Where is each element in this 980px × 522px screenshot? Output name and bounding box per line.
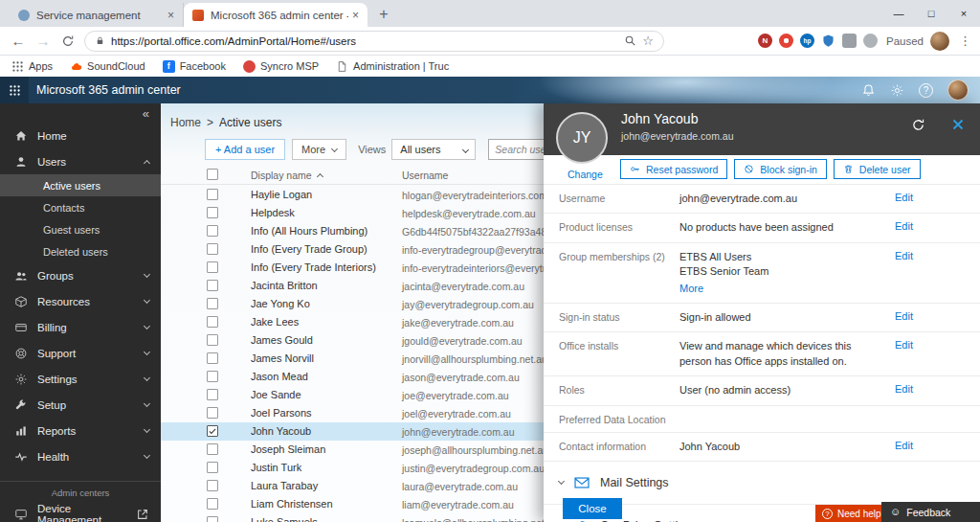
extension-icon[interactable] — [842, 34, 857, 48]
sync-paused-label[interactable]: Paused — [886, 35, 924, 47]
tab-m365-admin-center[interactable]: Microsoft 365 admin center - Ac × — [184, 3, 368, 27]
sidebar-item-resources[interactable]: Resources — [0, 288, 161, 314]
back-button[interactable]: ← — [6, 29, 31, 54]
tab-service-management[interactable]: Service management × — [10, 3, 184, 27]
sidebar-item-home[interactable]: Home — [0, 123, 161, 148]
row-checkbox[interactable] — [207, 425, 218, 437]
more-link[interactable]: More — [679, 280, 768, 296]
bookmark-syncro-msp[interactable]: Syncro MSP — [243, 60, 319, 73]
edit-link[interactable]: Edit — [895, 440, 913, 451]
refresh-button[interactable] — [56, 29, 80, 54]
sidebar-item-support[interactable]: Support — [0, 340, 161, 366]
edit-link[interactable]: Edit — [895, 383, 913, 395]
feedback-button[interactable]: ☺ Feedback — [881, 502, 980, 522]
display-name-cell: Jason Mead — [251, 371, 308, 382]
add-user-button[interactable]: + Add a user — [205, 139, 285, 160]
window-close-button[interactable]: × — [947, 0, 980, 27]
row-checkbox[interactable] — [207, 352, 218, 364]
bookmark-facebook[interactable]: fFacebook — [163, 60, 226, 73]
sidebar-item-groups[interactable]: Groups — [0, 262, 161, 288]
bookmark-star-icon[interactable]: ☆ — [642, 34, 654, 47]
row-checkbox[interactable] — [207, 225, 218, 237]
browser-profile-avatar[interactable] — [930, 32, 949, 51]
row-checkbox[interactable] — [207, 371, 218, 382]
views-dropdown[interactable]: All users — [391, 139, 476, 160]
panel-close-button[interactable]: Close — [563, 498, 622, 519]
address-bar[interactable]: https://portal.office.com/AdminPortal/Ho… — [84, 31, 664, 52]
sidebar-item-users[interactable]: Users — [0, 148, 161, 174]
browser-toolbar: ← → https://portal.office.com/AdminPorta… — [0, 27, 980, 56]
more-button[interactable]: More — [292, 139, 346, 160]
forward-button[interactable]: → — [31, 29, 56, 54]
window-minimize-button[interactable]: — — [882, 0, 915, 27]
external-icon — [136, 508, 149, 521]
reset-password-button[interactable]: Reset password — [620, 159, 727, 179]
extension-icon[interactable] — [863, 34, 878, 48]
row-checkbox[interactable] — [207, 243, 218, 255]
row-checkbox[interactable] — [207, 516, 218, 522]
row-checkbox[interactable] — [207, 407, 218, 419]
delete-user-button[interactable]: Delete user — [834, 159, 921, 179]
tab-close-icon[interactable]: × — [352, 9, 359, 22]
select-all-checkbox[interactable] — [207, 169, 218, 180]
row-checkbox[interactable] — [207, 480, 218, 491]
app-launcher-button[interactable] — [0, 77, 29, 103]
bookmark-soundcloud[interactable]: SoundCloud — [70, 60, 145, 73]
zoom-icon[interactable] — [624, 34, 636, 47]
sidebar-item-device-management[interactable]: Device Management — [0, 501, 161, 522]
window-maximize-button[interactable]: □ — [915, 0, 947, 27]
sidebar-item-reports[interactable]: Reports — [0, 418, 161, 443]
window-controls: — □ × — [882, 0, 980, 27]
change-photo-link[interactable]: Change — [568, 169, 603, 180]
browser-menu-icon[interactable]: ⋮ — [956, 34, 974, 48]
sidebar-item-health[interactable]: Health — [0, 443, 161, 469]
field-value: User (no admin access) — [679, 383, 791, 397]
lock-icon — [95, 35, 105, 46]
row-checkbox[interactable] — [207, 261, 218, 273]
row-checkbox[interactable] — [207, 462, 218, 473]
row-checkbox[interactable] — [207, 316, 218, 328]
bookmark-apps[interactable]: Apps — [11, 60, 53, 73]
row-checkbox[interactable] — [207, 443, 218, 455]
tab-close-icon[interactable]: × — [167, 9, 174, 22]
help-icon[interactable]: ? — [919, 83, 933, 98]
edit-link[interactable]: Edit — [895, 220, 913, 232]
extension-icon[interactable]: hp — [800, 34, 814, 48]
panel-close-icon[interactable] — [950, 117, 966, 132]
settings-gear-icon[interactable] — [890, 83, 904, 98]
breadcrumb-home-link[interactable]: Home — [170, 116, 201, 129]
account-avatar[interactable] — [947, 79, 969, 101]
new-tab-button[interactable]: + — [371, 3, 396, 27]
sidebar-item-guest-users[interactable]: Guest users — [0, 218, 161, 240]
notifications-icon[interactable] — [861, 83, 876, 98]
sidebar-item-settings[interactable]: Settings — [0, 366, 161, 392]
edit-link[interactable]: Edit — [895, 339, 913, 351]
sidebar-item-contacts[interactable]: Contacts — [0, 196, 161, 218]
row-checkbox[interactable] — [207, 334, 218, 346]
sidebar-item-billing[interactable]: Billing — [0, 314, 161, 340]
trash-icon — [843, 164, 854, 174]
row-checkbox[interactable] — [207, 298, 218, 309]
sidebar-collapse-button[interactable]: « — [0, 103, 161, 123]
extension-shield-icon[interactable] — [821, 34, 835, 48]
panel-refresh-icon[interactable] — [911, 118, 925, 132]
row-checkbox[interactable] — [207, 498, 218, 510]
edit-link[interactable]: Edit — [895, 310, 913, 322]
extension-icon[interactable]: N — [758, 34, 772, 48]
row-checkbox[interactable] — [207, 207, 218, 218]
row-checkbox[interactable] — [207, 189, 218, 200]
row-checkbox[interactable] — [207, 280, 218, 291]
edit-link[interactable]: Edit — [895, 192, 913, 203]
panel-fields: Usernamejohn@everytrade.com.auEditProduc… — [544, 185, 980, 462]
sidebar-item-deleted-users[interactable]: Deleted users — [0, 240, 161, 262]
edit-link[interactable]: Edit — [895, 250, 913, 261]
block-sign-in-button[interactable]: Block sign-in — [734, 159, 827, 179]
grid-icon — [11, 60, 24, 73]
column-display-name[interactable]: Display name — [251, 170, 323, 181]
bookmark-administration-truc[interactable]: Administration | Truc — [336, 60, 449, 73]
extension-icon[interactable] — [779, 34, 793, 48]
sidebar-item-setup[interactable]: Setup — [0, 392, 161, 418]
row-checkbox[interactable] — [207, 389, 218, 400]
sidebar-item-active-users[interactable]: Active users — [0, 174, 161, 196]
column-username[interactable]: Username — [402, 170, 448, 181]
